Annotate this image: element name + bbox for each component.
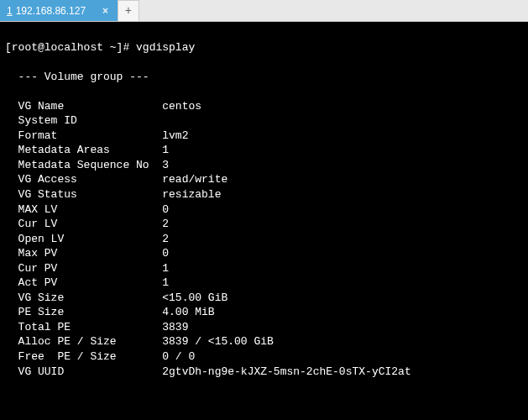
vg-field-label: VG Access: [5, 173, 162, 186]
blank-line: [5, 394, 523, 409]
vg-field-label: Total PE: [5, 321, 162, 333]
vg-field-value: 1: [162, 262, 169, 275]
vg-field-line: Total PE 3839: [5, 320, 523, 335]
vg-field-line: Open LV 2: [5, 232, 523, 247]
vg-field-label: Cur LV: [5, 218, 162, 230]
vg-field-value: 2gtvDh-ng9e-kJXZ-5msn-2chE-0sTX-yCI2at: [162, 365, 410, 378]
vg-field-label: Metadata Areas: [5, 144, 162, 156]
vg-field-line: VG Status resizable: [5, 187, 523, 202]
vg-field-label: Act PV: [5, 276, 162, 289]
vg-field-label: VG UUID: [5, 365, 162, 378]
tab-index: 1: [7, 5, 13, 17]
plus-icon: +: [125, 4, 132, 18]
vg-field-label: Max PV: [5, 247, 162, 260]
vg-field-value: 0: [162, 247, 169, 260]
vg-field-line: VG UUID 2gtvDh-ng9e-kJXZ-5msn-2chE-0sTX-…: [5, 365, 523, 380]
vg-field-line: Cur LV 2: [5, 217, 523, 232]
vg-field-line: VG Size <15.00 GiB: [5, 291, 523, 306]
new-tab-button[interactable]: +: [118, 0, 139, 21]
vg-field-value: 3839: [162, 321, 188, 333]
vg-field-line: MAX LV 0: [5, 202, 523, 218]
vg-field-label: VG Name: [5, 100, 162, 113]
vg-field-value: 0: [162, 203, 169, 216]
close-icon[interactable]: ×: [100, 5, 111, 17]
vg-field-line: Max PV 0: [5, 246, 523, 261]
tab-active[interactable]: 1 192.168.86.127 ×: [0, 0, 118, 21]
vg-field-label: System ID: [5, 114, 162, 127]
command-text: vgdisplay: [136, 41, 195, 54]
vg-field-line: Metadata Sequence No 3: [5, 158, 523, 173]
vg-field-label: Open LV: [5, 233, 162, 245]
vg-field-value: 3: [162, 159, 169, 171]
prompt-line: [root@localhost ~]# vgdisplay: [5, 40, 523, 55]
vg-field-value: 2: [162, 233, 169, 245]
vg-field-value: <15.00 GiB: [162, 291, 227, 304]
vg-field-line: Alloc PE / Size 3839 / <15.00 GiB: [5, 334, 523, 349]
vg-field-label: VG Status: [5, 188, 162, 201]
vg-header: --- Volume group ---: [5, 70, 523, 85]
vg-field-value: read/write: [162, 173, 227, 186]
vg-field-value: lvm2: [162, 129, 188, 142]
vg-field-line: VG Access read/write: [5, 172, 523, 187]
vg-field-line: Act PV 1: [5, 276, 523, 291]
vg-field-label: MAX LV: [5, 203, 162, 216]
vg-field-label: Metadata Sequence No: [5, 159, 162, 171]
vg-field-line: System ID: [5, 113, 523, 129]
vg-field-line: Format lvm2: [5, 129, 523, 144]
vg-field-line: Metadata Areas 1: [5, 143, 523, 158]
tab-title: 192.168.86.127: [16, 5, 86, 17]
vg-field-value: 1: [162, 276, 169, 289]
vg-field-label: Format: [5, 129, 162, 142]
vg-field-label: VG Size: [5, 291, 162, 304]
prompt-prefix: [root@localhost ~]#: [5, 41, 136, 54]
vg-field-value: resizable: [162, 188, 221, 201]
vg-field-value: 0 / 0: [162, 350, 195, 363]
vg-field-label: PE Size: [5, 306, 162, 318]
vg-field-value: 2: [162, 218, 169, 230]
vg-field-value: centos: [162, 100, 201, 113]
vg-field-line: Free PE / Size 0 / 0: [5, 349, 523, 365]
vg-field-label: Free PE / Size: [5, 350, 162, 363]
vg-field-value: 4.00 MiB: [162, 306, 214, 318]
vg-field-line: Cur PV 1: [5, 261, 523, 276]
vg-field-label: Cur PV: [5, 262, 162, 275]
vg-field-value: 1: [162, 144, 169, 156]
vg-field-label: Alloc PE / Size: [5, 335, 162, 348]
vg-field-line: PE Size 4.00 MiB: [5, 305, 523, 320]
vg-field-value: 3839 / <15.00 GiB: [162, 335, 274, 348]
terminal-output[interactable]: [root@localhost ~]# vgdisplay --- Volume…: [0, 22, 528, 420]
vg-fields-list: VG Name centos System ID Format lvm2 Met…: [5, 99, 523, 379]
tab-bar: 1 192.168.86.127 × +: [0, 0, 528, 22]
vg-field-line: VG Name centos: [5, 99, 523, 114]
